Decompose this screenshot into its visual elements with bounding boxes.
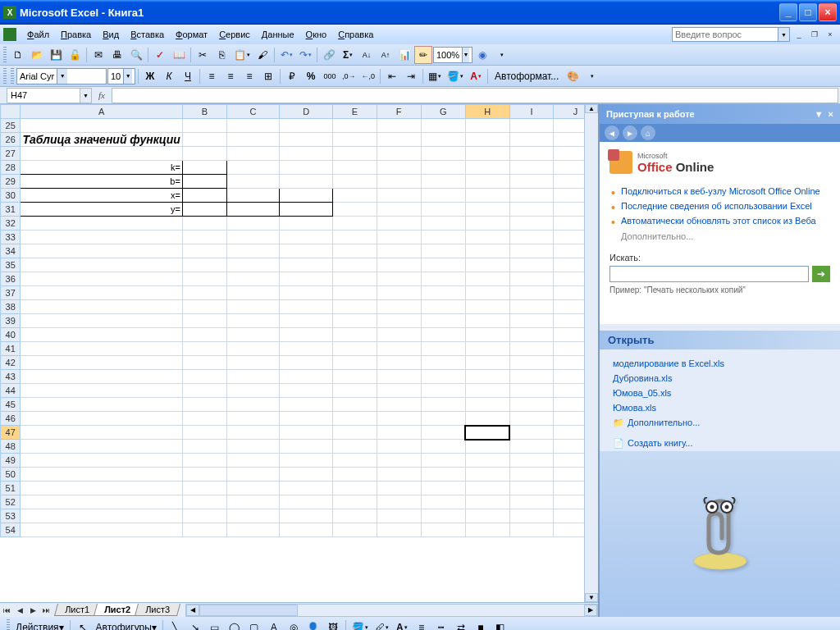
cell-C30[interactable] bbox=[226, 189, 280, 203]
workbook-control-icon[interactable] bbox=[3, 28, 16, 41]
cell-D36[interactable] bbox=[280, 272, 333, 286]
underline-button[interactable]: Ч bbox=[179, 67, 197, 85]
cell-F49[interactable] bbox=[377, 454, 421, 468]
cell-E29[interactable] bbox=[332, 175, 377, 189]
row-header-25[interactable]: 25 bbox=[1, 119, 21, 133]
cell-B38[interactable] bbox=[182, 300, 226, 314]
cell-C40[interactable] bbox=[226, 328, 280, 342]
cell-B48[interactable] bbox=[182, 440, 226, 454]
cell-A46[interactable] bbox=[21, 412, 182, 426]
cell-I34[interactable] bbox=[509, 244, 554, 258]
row-header-32[interactable]: 32 bbox=[1, 217, 21, 231]
cell-I39[interactable] bbox=[509, 314, 554, 328]
tab-nav-prev[interactable]: ◀ bbox=[13, 604, 26, 617]
recent-file[interactable]: моделирование в Excel.xls bbox=[609, 356, 830, 371]
currency-button[interactable]: ₽ bbox=[283, 67, 301, 85]
cell-D41[interactable] bbox=[280, 342, 333, 356]
cell-F42[interactable] bbox=[377, 356, 421, 370]
cell-F33[interactable] bbox=[377, 231, 421, 244]
cell-B53[interactable] bbox=[182, 509, 226, 523]
cell-B42[interactable] bbox=[182, 356, 226, 370]
row-header-36[interactable]: 36 bbox=[1, 272, 21, 286]
cell-I51[interactable] bbox=[509, 482, 554, 495]
cell-H36[interactable] bbox=[465, 272, 509, 286]
row-header-53[interactable]: 53 bbox=[1, 509, 21, 523]
cell-B35[interactable] bbox=[182, 258, 226, 272]
cell-I44[interactable] bbox=[509, 384, 554, 398]
cell-C27[interactable] bbox=[226, 147, 280, 161]
cell-G54[interactable] bbox=[421, 523, 465, 537]
sort-asc-button[interactable]: A↓ bbox=[358, 46, 376, 64]
row-header-37[interactable]: 37 bbox=[1, 286, 21, 300]
cell-A40[interactable] bbox=[21, 328, 182, 342]
cell-B34[interactable] bbox=[182, 244, 226, 258]
dash-style-button[interactable]: ┅ bbox=[432, 619, 450, 630]
cell-F43[interactable] bbox=[377, 370, 421, 384]
row-header-46[interactable]: 46 bbox=[1, 412, 21, 426]
cell-H46[interactable] bbox=[465, 412, 509, 426]
cell-E26[interactable] bbox=[332, 133, 377, 147]
cell-I33[interactable] bbox=[509, 231, 554, 244]
cell-A54[interactable] bbox=[21, 523, 182, 537]
office-assistant[interactable] bbox=[600, 451, 840, 617]
cell-H47[interactable] bbox=[465, 426, 509, 440]
row-header-41[interactable]: 41 bbox=[1, 342, 21, 356]
cell-A44[interactable] bbox=[21, 384, 182, 398]
cell-G52[interactable] bbox=[421, 495, 465, 509]
cell-C35[interactable] bbox=[226, 258, 280, 272]
row-header-40[interactable]: 40 bbox=[1, 328, 21, 342]
row-header-43[interactable]: 43 bbox=[1, 370, 21, 384]
arrow-style-button[interactable]: ⇄ bbox=[452, 619, 470, 630]
cell-D37[interactable] bbox=[280, 286, 333, 300]
cell-H28[interactable] bbox=[465, 161, 509, 175]
help-search-input[interactable] bbox=[672, 27, 778, 42]
drawing-toggle-button[interactable]: ✏ bbox=[414, 46, 432, 64]
cell-C50[interactable] bbox=[226, 468, 280, 482]
cell-A34[interactable] bbox=[21, 244, 182, 258]
redo-button[interactable]: ↷▾ bbox=[296, 46, 314, 64]
cell-B32[interactable] bbox=[182, 217, 226, 231]
spelling-button[interactable]: ✓ bbox=[151, 46, 169, 64]
taskpane-search-input[interactable] bbox=[609, 266, 809, 282]
cell-H53[interactable] bbox=[465, 509, 509, 523]
cell-B25[interactable] bbox=[182, 119, 226, 133]
cell-A49[interactable] bbox=[21, 454, 182, 468]
cell-H48[interactable] bbox=[465, 440, 509, 454]
cell-I38[interactable] bbox=[509, 300, 554, 314]
row-header-51[interactable]: 51 bbox=[1, 482, 21, 495]
cell-D46[interactable] bbox=[280, 412, 333, 426]
cell-G32[interactable] bbox=[421, 217, 465, 231]
cell-B52[interactable] bbox=[182, 495, 226, 509]
cell-C33[interactable] bbox=[226, 231, 280, 244]
cell-C46[interactable] bbox=[226, 412, 280, 426]
cell-E35[interactable] bbox=[332, 258, 377, 272]
row-header-31[interactable]: 31 bbox=[1, 203, 21, 217]
cell-H45[interactable] bbox=[465, 398, 509, 412]
cell-B45[interactable] bbox=[182, 398, 226, 412]
cell-I50[interactable] bbox=[509, 468, 554, 482]
cell-I42[interactable] bbox=[509, 356, 554, 370]
cell-A36[interactable] bbox=[21, 272, 182, 286]
cell-I30[interactable] bbox=[509, 189, 554, 203]
research-button[interactable]: 📖 bbox=[170, 46, 188, 64]
cell-E39[interactable] bbox=[332, 314, 377, 328]
minimize-button[interactable]: _ bbox=[779, 3, 797, 21]
font-color-draw-button[interactable]: A▾ bbox=[393, 619, 411, 630]
zoom-combo[interactable]: 100%▼ bbox=[433, 47, 472, 63]
taskpane-more-link[interactable]: Дополнительно... bbox=[609, 231, 830, 241]
line-color-button[interactable]: 🖊▾ bbox=[372, 619, 391, 630]
cell-B27[interactable] bbox=[182, 147, 226, 161]
cell-B33[interactable] bbox=[182, 231, 226, 244]
cell-A51[interactable] bbox=[21, 482, 182, 495]
hyperlink-button[interactable]: 🔗 bbox=[320, 46, 338, 64]
cell-I45[interactable] bbox=[509, 398, 554, 412]
cell-F41[interactable] bbox=[377, 342, 421, 356]
cell-A39[interactable] bbox=[21, 314, 182, 328]
cell-E34[interactable] bbox=[332, 244, 377, 258]
menu-Правка[interactable]: Правка bbox=[55, 27, 97, 42]
cell-D35[interactable] bbox=[280, 258, 333, 272]
cell-H32[interactable] bbox=[465, 217, 509, 231]
sheet-tab-Лист3[interactable]: Лист3 bbox=[135, 604, 180, 616]
cell-A45[interactable] bbox=[21, 398, 182, 412]
cell-B47[interactable] bbox=[182, 426, 226, 440]
